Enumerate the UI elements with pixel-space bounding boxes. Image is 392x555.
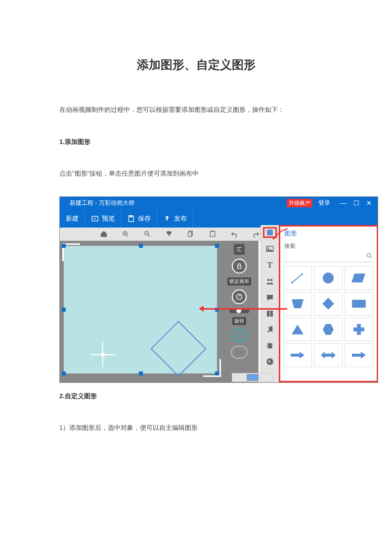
handle[interactable] [215, 371, 219, 375]
zoom-in-icon[interactable] [121, 230, 130, 238]
paint-icon[interactable] [165, 230, 174, 238]
section-2-body: 1）添加图形后，选中对象，便可以自主编辑图形 [0, 401, 392, 433]
svg-rect-6 [188, 232, 192, 236]
new-button[interactable]: 新建 [60, 209, 85, 228]
shapes-panel-title: 图形 [283, 228, 374, 239]
annotation-arrow-to-tab [271, 228, 289, 241]
rotate-icon[interactable] [232, 289, 247, 304]
save-icon [127, 215, 135, 223]
section-1-heading: 1.添加图形 [0, 115, 392, 146]
svg-rect-20 [272, 343, 273, 349]
shape-arrow-double[interactable] [314, 343, 343, 367]
svg-rect-9 [238, 266, 241, 268]
shape-plus[interactable] [345, 318, 373, 341]
svg-rect-8 [212, 231, 214, 232]
shapes-panel: 图形 搜索: [279, 225, 378, 382]
shape-parallelogram[interactable] [345, 266, 373, 290]
rotate-label: 旋转 [232, 317, 246, 325]
svg-point-10 [237, 294, 242, 300]
copy-icon[interactable] [186, 230, 195, 238]
handle[interactable] [62, 308, 66, 312]
shape-line[interactable] [283, 266, 312, 290]
book-tab-icon[interactable] [264, 309, 276, 318]
svg-rect-25 [352, 300, 366, 308]
titlebar: 新建工程 - 万彩动画大师 升级账户 登录 — ☐ ✕ [60, 197, 378, 209]
page-title: 添加图形、自定义图形 [0, 0, 392, 83]
shape-arrow-right[interactable] [283, 343, 312, 367]
svg-rect-4 [167, 231, 171, 234]
publish-icon [163, 215, 171, 223]
undo-icon[interactable] [230, 230, 239, 238]
chat-tab-icon[interactable] [264, 293, 276, 302]
login-link[interactable]: 登录 [314, 199, 334, 207]
video-tab-icon[interactable] [264, 341, 276, 350]
flash-tab-icon[interactable] [264, 357, 276, 366]
shape-grid [283, 264, 374, 367]
svg-point-16 [267, 331, 269, 332]
preview-button[interactable]: 预览 [85, 209, 121, 228]
shape-hexagon[interactable] [314, 318, 343, 341]
paste-icon[interactable] [208, 230, 217, 238]
ratio-16-9[interactable]: 16:9 [231, 329, 248, 342]
bottom-scene-tab[interactable] [232, 373, 273, 382]
zoom-out-icon[interactable] [143, 230, 152, 238]
text-tab-icon[interactable]: T [264, 260, 276, 270]
shape-diamond[interactable] [314, 292, 343, 316]
svg-point-13 [268, 247, 269, 249]
lock-icon[interactable] [232, 259, 247, 274]
image-tab-icon[interactable] [264, 244, 276, 253]
svg-point-15 [270, 279, 273, 281]
redo-icon[interactable] [252, 230, 261, 238]
svg-rect-1 [130, 216, 132, 217]
svg-point-24 [323, 273, 334, 283]
handle[interactable] [62, 244, 66, 248]
shape-trapezoid[interactable] [283, 292, 312, 316]
section-1-body: 点击"图形"按钮，单击任意图片便可添加到画布中 [0, 146, 392, 179]
svg-point-22 [367, 253, 370, 257]
shape-arrow-right-2[interactable] [345, 343, 373, 367]
ratio-4-3[interactable]: 4:3 [231, 346, 248, 359]
svg-rect-7 [210, 231, 215, 237]
publish-button[interactable]: 发布 [157, 209, 193, 228]
svg-point-14 [267, 279, 270, 281]
music-tab-icon[interactable] [264, 325, 276, 334]
save-button[interactable]: 保存 [121, 209, 157, 228]
svg-point-23 [291, 281, 293, 283]
dash: - [95, 199, 98, 206]
side-panel-tabs: T [261, 225, 279, 382]
annotation-arrow-to-canvas [200, 308, 287, 310]
crosshair-icon [90, 342, 115, 367]
handle[interactable] [215, 244, 219, 248]
minimize-icon[interactable]: — [340, 199, 347, 207]
app-name: 万彩动画大师 [99, 199, 134, 206]
maximize-icon[interactable]: ☐ [353, 199, 359, 207]
search-icon [366, 252, 373, 259]
close-icon[interactable]: ✕ [366, 199, 372, 207]
window-buttons[interactable]: — ☐ ✕ [334, 199, 378, 207]
people-tab-icon[interactable] [264, 277, 276, 286]
upgrade-badge[interactable]: 升级账户 [287, 199, 312, 207]
shape-triangle[interactable] [283, 318, 312, 341]
lock-label: 锁定画布 [227, 278, 251, 285]
align-icon[interactable] [234, 244, 245, 255]
shape-circle[interactable] [314, 266, 343, 290]
search-label: 搜索: [283, 239, 374, 251]
project-name: 新建工程 [70, 199, 93, 206]
svg-point-17 [271, 330, 272, 332]
shape-rect[interactable] [345, 292, 373, 316]
handle[interactable] [139, 371, 143, 375]
floating-tools: 锁定画布 旋转 16:9 4:3 [224, 244, 254, 359]
handle[interactable] [139, 244, 143, 248]
scene-thumbnail [247, 374, 259, 381]
handle[interactable] [62, 371, 66, 375]
search-input[interactable] [283, 251, 374, 262]
home-icon[interactable] [99, 230, 108, 238]
intro-text: 在动画视频制作的过程中，您可以根据需要添加图形或自定义图形，操作如下： [0, 83, 392, 115]
svg-rect-19 [266, 343, 267, 349]
app-screenshot: 新建工程 - 万彩动画大师 升级账户 登录 — ☐ ✕ 新建 预览 保存 发布 [59, 196, 378, 383]
preview-icon [91, 215, 99, 223]
